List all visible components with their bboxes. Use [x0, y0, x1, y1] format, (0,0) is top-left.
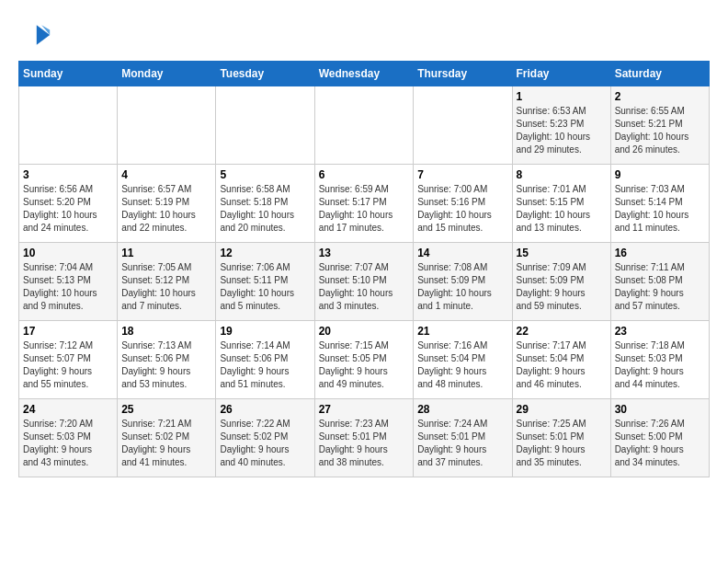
day-number: 7: [417, 168, 507, 181]
calendar-cell: 9Sunrise: 7:03 AM Sunset: 5:14 PM Daylig…: [610, 165, 709, 243]
day-number: 25: [121, 403, 211, 416]
page-header: [18, 18, 710, 52]
calendar-cell: [19, 86, 118, 165]
calendar-cell: 29Sunrise: 7:25 AM Sunset: 5:01 PM Dayli…: [512, 399, 610, 477]
day-info: Sunrise: 6:56 AM Sunset: 5:20 PM Dayligh…: [23, 183, 113, 235]
day-info: Sunrise: 7:22 AM Sunset: 5:02 PM Dayligh…: [220, 418, 310, 469]
weekday-header: Saturday: [610, 62, 709, 86]
calendar-cell: 16Sunrise: 7:11 AM Sunset: 5:08 PM Dayli…: [610, 243, 709, 321]
day-info: Sunrise: 7:06 AM Sunset: 5:11 PM Dayligh…: [220, 261, 310, 313]
calendar-cell: 14Sunrise: 7:08 AM Sunset: 5:09 PM Dayli…: [414, 243, 512, 321]
day-number: 6: [319, 168, 410, 181]
day-info: Sunrise: 7:17 AM Sunset: 5:04 PM Dayligh…: [517, 339, 607, 391]
day-info: Sunrise: 7:03 AM Sunset: 5:14 PM Dayligh…: [615, 183, 705, 235]
calendar-cell: [118, 86, 216, 165]
calendar-cell: 20Sunrise: 7:15 AM Sunset: 5:05 PM Dayli…: [314, 321, 414, 399]
day-number: 4: [121, 168, 211, 181]
calendar-cell: 3Sunrise: 6:56 AM Sunset: 5:20 PM Daylig…: [19, 165, 118, 243]
day-info: Sunrise: 7:12 AM Sunset: 5:07 PM Dayligh…: [23, 339, 113, 391]
logo: [18, 18, 55, 52]
calendar-table: SundayMondayTuesdayWednesdayThursdayFrid…: [18, 61, 710, 477]
day-number: 3: [23, 168, 113, 181]
calendar-cell: 6Sunrise: 6:59 AM Sunset: 5:17 PM Daylig…: [314, 165, 414, 243]
day-info: Sunrise: 7:15 AM Sunset: 5:05 PM Dayligh…: [319, 339, 410, 391]
weekday-header: Wednesday: [314, 62, 414, 86]
day-number: 10: [23, 247, 113, 259]
day-info: Sunrise: 6:55 AM Sunset: 5:21 PM Dayligh…: [615, 105, 705, 156]
day-number: 29: [517, 403, 607, 416]
day-info: Sunrise: 7:14 AM Sunset: 5:06 PM Dayligh…: [220, 339, 310, 391]
day-info: Sunrise: 7:24 AM Sunset: 5:01 PM Dayligh…: [417, 418, 507, 469]
day-number: 2: [615, 90, 705, 103]
day-number: 15: [517, 247, 607, 259]
calendar-cell: 26Sunrise: 7:22 AM Sunset: 5:02 PM Dayli…: [216, 399, 314, 477]
day-info: Sunrise: 7:08 AM Sunset: 5:09 PM Dayligh…: [417, 261, 507, 313]
day-number: 23: [615, 325, 705, 338]
calendar-cell: [216, 86, 314, 165]
day-info: Sunrise: 6:57 AM Sunset: 5:19 PM Dayligh…: [121, 183, 211, 235]
calendar-cell: 7Sunrise: 7:00 AM Sunset: 5:16 PM Daylig…: [414, 165, 512, 243]
weekday-header: Sunday: [19, 62, 118, 86]
day-info: Sunrise: 6:53 AM Sunset: 5:23 PM Dayligh…: [517, 105, 607, 156]
day-number: 13: [319, 247, 410, 259]
day-number: 19: [220, 325, 310, 338]
calendar-cell: 13Sunrise: 7:07 AM Sunset: 5:10 PM Dayli…: [314, 243, 414, 321]
day-info: Sunrise: 7:23 AM Sunset: 5:01 PM Dayligh…: [319, 418, 410, 469]
calendar-cell: 25Sunrise: 7:21 AM Sunset: 5:02 PM Dayli…: [118, 399, 216, 477]
weekday-header: Tuesday: [216, 62, 314, 86]
day-number: 12: [220, 247, 310, 259]
day-info: Sunrise: 7:09 AM Sunset: 5:09 PM Dayligh…: [517, 261, 607, 313]
day-number: 5: [220, 168, 310, 181]
day-number: 17: [23, 325, 113, 338]
day-info: Sunrise: 6:59 AM Sunset: 5:17 PM Dayligh…: [319, 183, 410, 235]
calendar-cell: 30Sunrise: 7:26 AM Sunset: 5:00 PM Dayli…: [610, 399, 709, 477]
calendar-cell: 28Sunrise: 7:24 AM Sunset: 5:01 PM Dayli…: [414, 399, 512, 477]
day-info: Sunrise: 7:05 AM Sunset: 5:12 PM Dayligh…: [121, 261, 211, 313]
calendar-cell: 15Sunrise: 7:09 AM Sunset: 5:09 PM Dayli…: [512, 243, 610, 321]
calendar-cell: 4Sunrise: 6:57 AM Sunset: 5:19 PM Daylig…: [118, 165, 216, 243]
calendar-cell: 18Sunrise: 7:13 AM Sunset: 5:06 PM Dayli…: [118, 321, 216, 399]
calendar-week-row: 17Sunrise: 7:12 AM Sunset: 5:07 PM Dayli…: [19, 321, 710, 399]
day-number: 11: [121, 247, 211, 259]
calendar-cell: 24Sunrise: 7:20 AM Sunset: 5:03 PM Dayli…: [19, 399, 118, 477]
day-info: Sunrise: 7:25 AM Sunset: 5:01 PM Dayligh…: [517, 418, 607, 469]
calendar-cell: 10Sunrise: 7:04 AM Sunset: 5:13 PM Dayli…: [19, 243, 118, 321]
calendar-header: SundayMondayTuesdayWednesdayThursdayFrid…: [19, 62, 710, 86]
calendar-cell: 17Sunrise: 7:12 AM Sunset: 5:07 PM Dayli…: [19, 321, 118, 399]
calendar-cell: [414, 86, 512, 165]
day-info: Sunrise: 7:01 AM Sunset: 5:15 PM Dayligh…: [517, 183, 607, 235]
day-info: Sunrise: 7:11 AM Sunset: 5:08 PM Dayligh…: [615, 261, 705, 313]
weekday-header: Monday: [118, 62, 216, 86]
day-number: 1: [517, 90, 607, 103]
calendar-cell: [314, 86, 414, 165]
day-number: 27: [319, 403, 410, 416]
calendar-cell: 21Sunrise: 7:16 AM Sunset: 5:04 PM Dayli…: [414, 321, 512, 399]
calendar-cell: 19Sunrise: 7:14 AM Sunset: 5:06 PM Dayli…: [216, 321, 314, 399]
day-info: Sunrise: 6:58 AM Sunset: 5:18 PM Dayligh…: [220, 183, 310, 235]
day-info: Sunrise: 7:00 AM Sunset: 5:16 PM Dayligh…: [417, 183, 507, 235]
day-number: 18: [121, 325, 211, 338]
calendar-week-row: 3Sunrise: 6:56 AM Sunset: 5:20 PM Daylig…: [19, 165, 710, 243]
calendar-cell: 27Sunrise: 7:23 AM Sunset: 5:01 PM Dayli…: [314, 399, 414, 477]
calendar-cell: 2Sunrise: 6:55 AM Sunset: 5:21 PM Daylig…: [610, 86, 709, 165]
day-number: 14: [417, 247, 507, 259]
day-info: Sunrise: 7:16 AM Sunset: 5:04 PM Dayligh…: [417, 339, 507, 391]
day-info: Sunrise: 7:07 AM Sunset: 5:10 PM Dayligh…: [319, 261, 410, 313]
calendar-cell: 22Sunrise: 7:17 AM Sunset: 5:04 PM Dayli…: [512, 321, 610, 399]
calendar-cell: 23Sunrise: 7:18 AM Sunset: 5:03 PM Dayli…: [610, 321, 709, 399]
day-info: Sunrise: 7:13 AM Sunset: 5:06 PM Dayligh…: [121, 339, 211, 391]
day-number: 26: [220, 403, 310, 416]
calendar-week-row: 1Sunrise: 6:53 AM Sunset: 5:23 PM Daylig…: [19, 86, 710, 165]
day-info: Sunrise: 7:21 AM Sunset: 5:02 PM Dayligh…: [121, 418, 211, 469]
day-info: Sunrise: 7:18 AM Sunset: 5:03 PM Dayligh…: [615, 339, 705, 391]
weekday-header: Thursday: [414, 62, 512, 86]
calendar-week-row: 24Sunrise: 7:20 AM Sunset: 5:03 PM Dayli…: [19, 399, 710, 477]
day-info: Sunrise: 7:20 AM Sunset: 5:03 PM Dayligh…: [23, 418, 113, 469]
day-number: 30: [615, 403, 705, 416]
calendar-cell: 5Sunrise: 6:58 AM Sunset: 5:18 PM Daylig…: [216, 165, 314, 243]
day-number: 28: [417, 403, 507, 416]
calendar-cell: 8Sunrise: 7:01 AM Sunset: 5:15 PM Daylig…: [512, 165, 610, 243]
calendar-cell: 1Sunrise: 6:53 AM Sunset: 5:23 PM Daylig…: [512, 86, 610, 165]
calendar-cell: 12Sunrise: 7:06 AM Sunset: 5:11 PM Dayli…: [216, 243, 314, 321]
day-number: 22: [517, 325, 607, 338]
